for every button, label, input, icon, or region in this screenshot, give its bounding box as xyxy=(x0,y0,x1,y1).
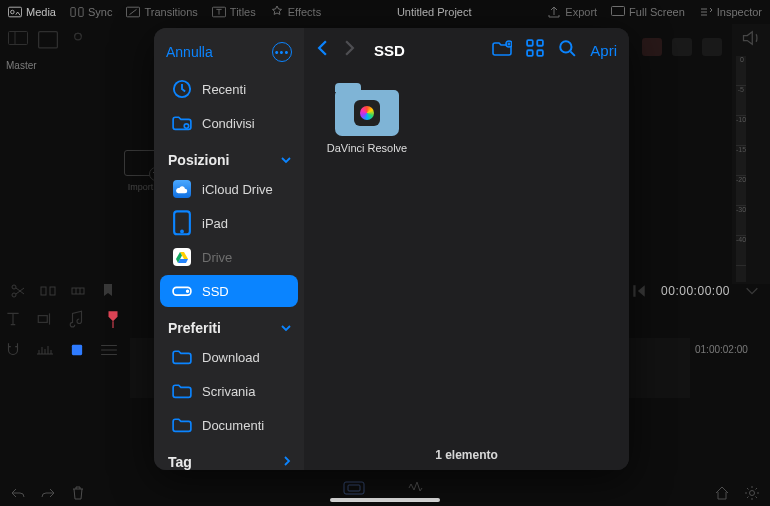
home-icon[interactable] xyxy=(714,485,730,501)
sidebar-label: Condivisi xyxy=(202,116,255,131)
section-label: Posizioni xyxy=(168,152,229,168)
snap-tools-row xyxy=(4,338,118,362)
trim-in-icon[interactable] xyxy=(36,310,54,328)
ruler-tick: -40 xyxy=(736,236,746,266)
sidebar-item-ipad[interactable]: iPad xyxy=(160,207,298,239)
grid-view-button[interactable] xyxy=(526,39,544,61)
text-tool-icon[interactable] xyxy=(4,310,22,328)
folder-item-davinci[interactable]: DaVinci Resolve xyxy=(322,90,412,154)
master-bin-label: Master xyxy=(6,60,37,71)
svg-point-16 xyxy=(750,491,755,496)
fullscreen-button[interactable]: Full Screen xyxy=(611,5,685,19)
link-icon[interactable] xyxy=(68,31,88,47)
tab-sync[interactable]: Sync xyxy=(70,5,112,19)
sidebar-item-recent[interactable]: Recenti xyxy=(160,73,298,105)
audio-scrub-icon[interactable] xyxy=(36,341,54,359)
picker-file-grid[interactable]: DaVinci Resolve xyxy=(304,72,629,440)
music-icon[interactable] xyxy=(68,310,86,328)
svg-rect-8 xyxy=(39,32,58,48)
audio-level-ruler: 0 -5 -10 -15 -20 -30 -40 xyxy=(736,56,746,282)
search-button[interactable] xyxy=(558,39,576,61)
ruler-tick: -10 xyxy=(736,116,746,146)
split-icon[interactable] xyxy=(40,283,56,299)
sidebar-item-desktop[interactable]: Scrivania xyxy=(160,375,298,407)
svg-rect-29 xyxy=(538,50,544,56)
sidebar-label: Drive xyxy=(202,250,232,265)
inspector-label: Inspector xyxy=(717,6,762,18)
nav-forward-button[interactable] xyxy=(343,39,356,62)
svg-point-30 xyxy=(561,41,572,52)
svg-rect-14 xyxy=(38,316,47,323)
tab-media-label: Media xyxy=(26,6,56,18)
sidebar-item-download[interactable]: Download xyxy=(160,341,298,373)
tab-effects[interactable]: Effects xyxy=(270,5,321,19)
trash-icon[interactable] xyxy=(70,485,86,501)
icloud-icon xyxy=(172,179,192,199)
nav-back-button[interactable] xyxy=(316,39,329,62)
tab-media[interactable]: Media xyxy=(8,5,56,19)
snap-on-icon[interactable] xyxy=(68,341,86,359)
ruler-tick: -20 xyxy=(736,176,746,206)
export-button[interactable]: Export xyxy=(547,5,597,19)
bottom-center-pages xyxy=(343,480,427,496)
inspector-button[interactable]: Inspector xyxy=(699,5,762,19)
tab-transitions[interactable]: Transitions xyxy=(126,5,197,19)
sidebar-item-ssd[interactable]: SSD xyxy=(160,275,298,307)
thumb-view-icon[interactable] xyxy=(38,31,58,47)
svg-rect-12 xyxy=(50,287,55,295)
davinci-app-icon xyxy=(354,100,380,126)
palette-orbit-icon[interactable] xyxy=(702,38,722,56)
playhead-icon[interactable] xyxy=(104,310,122,328)
sidebar-item-drive[interactable]: Drive xyxy=(160,241,298,273)
svg-rect-27 xyxy=(538,40,544,46)
section-locations[interactable]: Posizioni xyxy=(154,140,304,172)
ripple-icon[interactable] xyxy=(70,283,86,299)
folder-icon xyxy=(335,90,399,136)
new-folder-button[interactable] xyxy=(492,40,512,60)
sidebar-label: Recenti xyxy=(202,82,246,97)
chevron-right-icon xyxy=(282,455,292,470)
export-icon xyxy=(547,5,561,19)
timecode-display[interactable]: 00:00:00:00 xyxy=(661,284,730,298)
ipad-icon xyxy=(172,213,192,233)
palette-star-icon[interactable] xyxy=(672,38,692,56)
section-favorites[interactable]: Preferiti xyxy=(154,308,304,340)
magnet-icon[interactable] xyxy=(4,341,22,359)
ipad-home-indicator[interactable] xyxy=(330,498,440,502)
picker-sidebar: Annulla ••• Recenti Condivisi Posizioni … xyxy=(154,28,304,470)
marker-icon[interactable] xyxy=(100,283,116,299)
picker-toolbar: SSD Apri xyxy=(304,28,629,72)
tab-effects-label: Effects xyxy=(288,6,321,18)
open-button[interactable]: Apri xyxy=(590,42,617,59)
section-tags[interactable]: Tag xyxy=(154,442,304,470)
export-label: Export xyxy=(565,6,597,18)
svg-rect-11 xyxy=(41,287,46,295)
import-label: Import xyxy=(128,182,154,192)
item-count-label: 1 elemento xyxy=(435,448,498,462)
cancel-button[interactable]: Annulla xyxy=(166,44,213,60)
redo-icon[interactable] xyxy=(40,485,56,501)
more-options-button[interactable]: ••• xyxy=(272,42,292,62)
tab-titles[interactable]: Titles xyxy=(212,5,256,19)
palette-camera-icon[interactable] xyxy=(642,38,662,56)
import-image-icon xyxy=(124,150,158,176)
sidebar-item-icloud[interactable]: iCloud Drive xyxy=(160,173,298,205)
svg-rect-28 xyxy=(527,50,533,56)
svg-rect-6 xyxy=(612,7,625,16)
bin-view-icon[interactable] xyxy=(8,31,28,47)
ruler-tick: -5 xyxy=(736,86,746,116)
scissors-icon[interactable] xyxy=(10,283,26,299)
timecode-menu-icon[interactable] xyxy=(744,283,760,299)
edit-page-icon[interactable] xyxy=(405,480,427,496)
sidebar-item-documents[interactable]: Documenti xyxy=(160,409,298,441)
list-view-icon[interactable] xyxy=(100,341,118,359)
cut-page-icon[interactable] xyxy=(343,480,365,496)
tab-titles-label: Titles xyxy=(230,6,256,18)
undo-icon[interactable] xyxy=(10,485,26,501)
speaker-icon[interactable] xyxy=(741,28,761,48)
app-topbar: Media Sync Transitions Titles Effects Un… xyxy=(0,0,770,24)
settings-gear-icon[interactable] xyxy=(744,485,760,501)
sidebar-item-shared[interactable]: Condivisi xyxy=(160,107,298,139)
jump-start-icon[interactable] xyxy=(631,283,647,299)
section-label: Preferiti xyxy=(168,320,221,336)
